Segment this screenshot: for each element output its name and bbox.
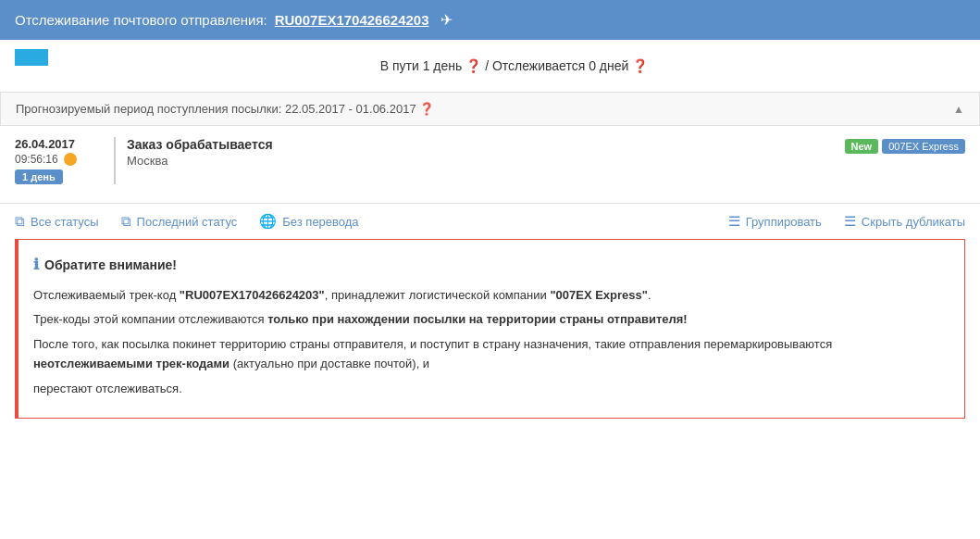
last-status-icon: ⧉ <box>121 213 131 230</box>
globe-icon: 🌐 <box>259 213 277 230</box>
hide-duplicates-label: Скрыть дубликаты <box>862 215 965 229</box>
page-header: Отслеживание почтового отправления: RU00… <box>0 0 980 40</box>
forecast-chevron[interactable]: ▲ <box>953 103 964 116</box>
hide-duplicates-icon: ☰ <box>844 213 856 230</box>
in-transit-help-icon[interactable]: ❓ <box>465 58 481 73</box>
controls-right: ☰ Группировать ☰ Скрыть дубликаты <box>728 213 965 230</box>
time-value: 09:56:16 <box>15 153 103 166</box>
notice-line-2: Трек-коды этой компании отслеживаются то… <box>33 310 949 330</box>
table-row: 26.04.2017 09:56:16 1 день Заказ обрабат… <box>15 137 965 184</box>
group-label: Группировать <box>746 215 822 229</box>
tracked-label: Отслеживается 0 дней <box>492 58 628 73</box>
country-flag <box>15 49 48 82</box>
hide-duplicates-button[interactable]: ☰ Скрыть дубликаты <box>844 213 965 230</box>
notice-text: Отслеживаемый трек-код "RU007EX170426624… <box>33 286 949 399</box>
notice-box: ℹ Обратите внимание! Отслеживаемый трек-… <box>15 239 965 419</box>
last-status-button[interactable]: ⧉ Последний статус <box>121 213 238 230</box>
all-statuses-icon: ⧉ <box>15 213 25 230</box>
forecast-bar: Прогнозируемый период поступления посылк… <box>0 93 980 126</box>
timeline: 26.04.2017 09:56:16 1 день Заказ обрабат… <box>0 126 980 203</box>
event-title: Заказ обрабатывается <box>127 137 845 152</box>
in-transit-label: В пути 1 день <box>380 58 463 73</box>
timeline-badges: New 007EX Express <box>845 137 965 154</box>
notice-line-3: После того, как посылка покинет территор… <box>33 335 949 374</box>
notice-line-4: перестают отслеживаться. <box>33 380 949 399</box>
status-bar: В пути 1 день ❓ / Отслеживается 0 дней ❓ <box>0 40 980 93</box>
controls-bar: ⧉ Все статусы ⧉ Последний статус 🌐 Без п… <box>0 203 980 239</box>
tracking-code-link[interactable]: RU007EX170426624203 <box>275 12 429 28</box>
header-label: Отслеживание почтового отправления: <box>15 12 267 28</box>
all-statuses-button[interactable]: ⧉ Все статусы <box>15 213 99 230</box>
group-button[interactable]: ☰ Группировать <box>728 213 822 230</box>
notice-line-1: Отслеживаемый трек-код "RU007EX170426624… <box>33 286 949 306</box>
badge-carrier: 007EX Express <box>882 139 965 154</box>
no-translation-label: Без перевода <box>282 215 358 229</box>
forecast-help-icon[interactable]: ❓ <box>419 102 434 116</box>
timeline-event: Заказ обрабатывается Москва <box>127 137 845 168</box>
group-icon: ☰ <box>728 213 740 230</box>
tracked-help-icon[interactable]: ❓ <box>632 58 648 73</box>
all-statuses-label: Все статусы <box>31 215 99 229</box>
no-translation-button[interactable]: 🌐 Без перевода <box>259 213 358 230</box>
timeline-separator <box>114 137 116 184</box>
day-badge: 1 день <box>15 169 63 184</box>
info-icon: ℹ <box>33 253 39 277</box>
send-icon: ✈ <box>440 11 453 29</box>
separator: / <box>485 58 492 73</box>
notice-title: ℹ Обратите внимание! <box>33 253 949 277</box>
last-status-label: Последний статус <box>137 215 238 229</box>
badge-new: New <box>845 139 879 154</box>
status-dot <box>64 153 77 166</box>
date-value: 26.04.2017 <box>15 137 103 151</box>
status-text: В пути 1 день ❓ / Отслеживается 0 дней ❓ <box>63 58 965 73</box>
forecast-label: Прогнозируемый период поступления посылк… <box>16 102 434 116</box>
timeline-date: 26.04.2017 09:56:16 1 день <box>15 137 103 184</box>
event-location: Москва <box>127 154 845 168</box>
